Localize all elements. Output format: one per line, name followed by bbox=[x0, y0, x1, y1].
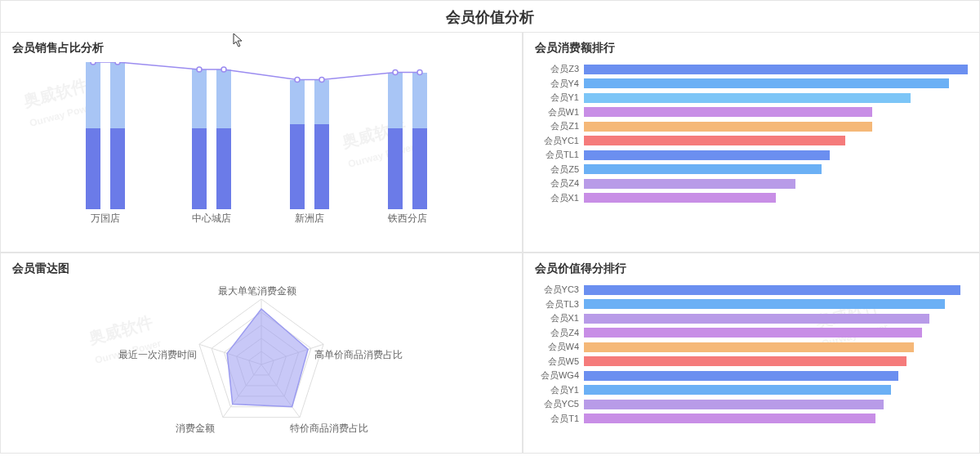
panel-title: 会员价值得分排行 bbox=[535, 262, 968, 276]
svg-marker-18 bbox=[227, 309, 308, 407]
hbar-row[interactable]: 会员WG4 bbox=[535, 369, 968, 383]
radar-axis-label: 消费金额 bbox=[176, 422, 215, 436]
hbar-row[interactable]: 会员YC5 bbox=[535, 397, 968, 412]
hbar-label: 会员Z1 bbox=[535, 120, 584, 132]
hbar-label: 会员WG4 bbox=[535, 369, 584, 382]
hbar-label: 会员TL1 bbox=[535, 149, 584, 161]
bar[interactable] bbox=[192, 69, 207, 209]
hbar-label: 会员W5 bbox=[535, 355, 584, 368]
hbar-row[interactable]: 会员T1 bbox=[535, 412, 968, 427]
panel-value-rank: 奥威软件Ourway Power 会员价值得分排行 会员YC3会员TL3会员X1… bbox=[523, 253, 980, 454]
hbar-label: 会员Y1 bbox=[535, 384, 584, 396]
hbar-label: 会员YC5 bbox=[535, 398, 584, 410]
x-axis-label: 新洲店 bbox=[295, 212, 324, 226]
hbar-row[interactable]: 会员Y1 bbox=[535, 383, 968, 398]
radar-chart[interactable]: 最大单笔消费金额高单价商品消费占比特价商品消费占比消费金额最近一次消费时间 bbox=[12, 283, 510, 446]
bar[interactable] bbox=[412, 73, 427, 209]
panel-title: 会员雷达图 bbox=[12, 262, 510, 276]
hbar-label: 会员Z3 bbox=[535, 63, 584, 75]
bar[interactable] bbox=[388, 73, 403, 209]
hbar-row[interactable]: 会员YC3 bbox=[535, 283, 968, 297]
hbar-row[interactable]: 会员X1 bbox=[535, 311, 968, 326]
panel-radar: 奥威软件Ourway Power 会员雷达图 最大单笔消费金额高单价商品消费占比… bbox=[0, 253, 523, 454]
hbar-row[interactable]: 会员Z1 bbox=[535, 119, 968, 134]
radar-axis-label: 最大单笔消费金额 bbox=[218, 284, 296, 298]
hbar-row[interactable]: 会员Y1 bbox=[535, 91, 968, 105]
hbar-label: 会员X1 bbox=[535, 312, 584, 324]
hbar-label: 会员Z4 bbox=[535, 177, 584, 190]
hbar-chart[interactable]: 会员Z3会员Y4会员Y1会员W1会员Z1会员YC1会员TL1会员Z5会员Z4会员… bbox=[535, 62, 968, 205]
page-title: 会员价值分析 bbox=[0, 0, 980, 32]
hbar-row[interactable]: 会员Z3 bbox=[535, 62, 968, 77]
hbar-row[interactable]: 会员TL3 bbox=[535, 297, 968, 312]
x-axis-label: 铁西分店 bbox=[388, 212, 427, 226]
bar-chart[interactable]: 万国店中心城店新洲店铁西分店 bbox=[12, 62, 510, 234]
bar[interactable] bbox=[314, 80, 329, 209]
chart-grid: 奥威软件Ourway Power 奥威软件Ourway Power 会员销售占比… bbox=[0, 32, 980, 456]
hbar-label: 会员Z5 bbox=[535, 163, 584, 176]
hbar-row[interactable]: 会员Z4 bbox=[535, 177, 968, 191]
hbar-row[interactable]: 会员YC1 bbox=[535, 134, 968, 149]
hbar-row[interactable]: 会员X1 bbox=[535, 191, 968, 206]
hbar-row[interactable]: 会员Y4 bbox=[535, 77, 968, 92]
dashboard: 会员价值分析 奥威软件Ourway Power 奥威软件Ourway Power… bbox=[0, 0, 980, 456]
hbar-row[interactable]: 会员Z5 bbox=[535, 163, 968, 177]
bar[interactable] bbox=[290, 80, 305, 209]
hbar-label: 会员YC1 bbox=[535, 135, 584, 147]
bar[interactable] bbox=[110, 62, 125, 209]
hbar-label: 会员YC3 bbox=[535, 284, 584, 296]
hbar-label: 会员Z4 bbox=[535, 327, 584, 339]
hbar-row[interactable]: 会员W5 bbox=[535, 355, 968, 369]
x-axis-label: 中心城店 bbox=[192, 212, 231, 226]
radar-axis-label: 特价商品消费占比 bbox=[290, 422, 368, 436]
panel-title: 会员消费额排行 bbox=[535, 41, 968, 56]
radar-axis-label: 最近一次消费时间 bbox=[118, 348, 197, 362]
bar[interactable] bbox=[86, 62, 100, 209]
hbar-row[interactable]: 会员TL1 bbox=[535, 148, 968, 163]
hbar-label: 会员Y1 bbox=[535, 92, 584, 104]
hbar-row[interactable]: 会员W1 bbox=[535, 105, 968, 120]
hbar-chart[interactable]: 会员YC3会员TL3会员X1会员Z4会员W4会员W5会员WG4会员Y1会员YC5… bbox=[535, 283, 968, 426]
radar-axis-label: 高单价商品消费占比 bbox=[314, 348, 403, 362]
hbar-row[interactable]: 会员W4 bbox=[535, 340, 968, 355]
hbar-label: 会员W1 bbox=[535, 106, 584, 118]
panel-consumption-rank: 会员消费额排行 会员Z3会员Y4会员Y1会员W1会员Z1会员YC1会员TL1会员… bbox=[523, 32, 980, 253]
bar[interactable] bbox=[216, 69, 231, 209]
hbar-label: 会员T1 bbox=[535, 413, 584, 425]
hbar-label: 会员X1 bbox=[535, 192, 584, 204]
hbar-row[interactable]: 会员Z4 bbox=[535, 326, 968, 341]
hbar-label: 会员W4 bbox=[535, 341, 584, 353]
panel-sales-ratio: 奥威软件Ourway Power 奥威软件Ourway Power 会员销售占比… bbox=[0, 32, 523, 253]
hbar-label: 会员Y4 bbox=[535, 78, 584, 90]
hbar-label: 会员TL3 bbox=[535, 298, 584, 311]
panel-title: 会员销售占比分析 bbox=[12, 41, 510, 56]
x-axis-label: 万国店 bbox=[91, 212, 120, 226]
